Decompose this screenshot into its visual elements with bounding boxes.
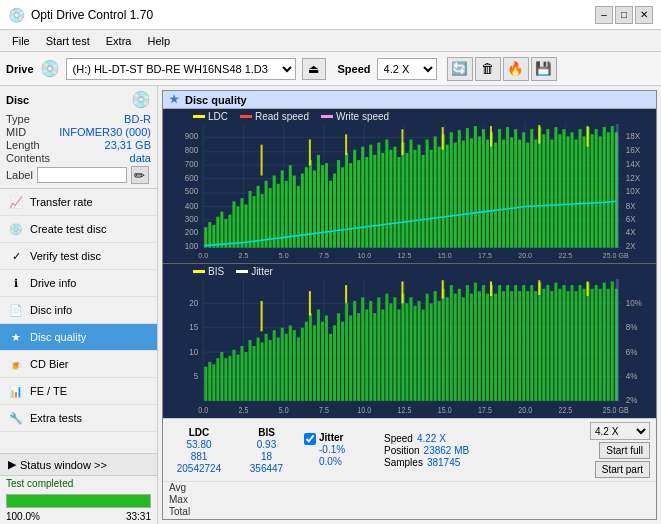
avg-label: Avg [169,482,229,493]
svg-text:0.0: 0.0 [198,405,208,413]
svg-rect-145 [401,129,403,155]
svg-rect-192 [220,352,223,401]
svg-rect-144 [345,134,347,155]
svg-rect-273 [546,285,549,401]
svg-rect-288 [607,289,610,401]
menu-start-test[interactable]: Start test [38,33,98,49]
chart-container: ★ Disc quality LDC Read speed [162,90,657,520]
svg-rect-262 [502,291,505,401]
bottom-legend: BIS Jitter [163,264,656,279]
svg-text:8%: 8% [626,321,638,332]
stats-speed-select[interactable]: 4.2 X [590,422,650,440]
sidebar-item-extra-tests[interactable]: 🔧 Extra tests [0,405,157,432]
svg-rect-52 [257,186,260,248]
svg-rect-51 [253,196,256,248]
svg-rect-240 [414,306,417,401]
burn-button[interactable]: 🔥 [503,57,529,81]
speed-select[interactable]: 4.2 X [377,58,437,80]
sidebar-item-cd-bier[interactable]: 🍺 CD Bier [0,351,157,378]
svg-rect-100 [450,132,453,247]
svg-rect-147 [490,126,492,147]
chart-header: ★ Disc quality [163,91,656,109]
start-full-button[interactable]: Start full [599,442,650,459]
sidebar-item-verify-test-disc[interactable]: ✓ Verify test disc [0,243,157,270]
speed-label: Speed [338,63,371,75]
sidebar-item-label-fe-te: FE / TE [30,385,67,397]
sidebar-item-disc-info[interactable]: 📄 Disc info [0,297,157,324]
stats-right: 4.2 X Start full Start part [590,422,650,478]
row-label-bar: Avg Max Total [163,481,656,519]
svg-text:22.5: 22.5 [559,252,573,258]
legend-jitter: Jitter [236,266,273,277]
speed-row: Speed 4.22 X [384,433,469,444]
menu-file[interactable]: File [4,33,38,49]
svg-rect-98 [442,134,445,247]
svg-rect-127 [558,134,561,247]
svg-text:18X: 18X [626,132,641,141]
svg-text:2.5: 2.5 [239,405,249,413]
svg-rect-195 [232,350,235,401]
svg-rect-231 [377,297,380,401]
jitter-checkbox[interactable] [304,433,316,445]
svg-rect-101 [454,143,457,248]
disc-length-row: Length 23,31 GB [6,139,151,151]
sidebar-item-label-verify-test-disc: Verify test disc [30,250,101,262]
svg-rect-150 [616,124,619,248]
bis-avg: 0.93 [239,439,294,450]
svg-rect-189 [208,362,211,401]
disc-label-input[interactable] [37,167,127,183]
app-icon: 💿 [8,7,25,23]
titlebar-controls[interactable]: – □ ✕ [595,6,653,24]
svg-rect-82 [377,143,380,248]
chart-title: Disc quality [185,94,247,106]
svg-rect-254 [470,294,473,401]
svg-rect-120 [530,129,533,248]
svg-rect-79 [365,157,368,248]
svg-rect-283 [587,283,590,401]
svg-rect-99 [446,145,449,248]
svg-rect-95 [430,150,433,248]
maximize-button[interactable]: □ [615,6,633,24]
svg-rect-282 [583,289,586,401]
create-test-disc-icon: 💿 [8,221,24,237]
disc-contents-label: Contents [6,152,50,164]
svg-rect-136 [595,129,598,248]
legend-bis: BIS [193,266,224,277]
sidebar-item-fe-te[interactable]: 📊 FE / TE [0,378,157,405]
menu-extra[interactable]: Extra [98,33,140,49]
drive-select[interactable]: (H:) HL-DT-ST BD-RE WH16NS48 1.D3 [66,58,296,80]
svg-rect-200 [253,346,256,401]
svg-rect-191 [216,358,219,401]
svg-rect-106 [474,126,477,248]
svg-rect-228 [365,309,368,400]
save-button[interactable]: 💾 [531,57,557,81]
start-part-button[interactable]: Start part [595,461,650,478]
disc-mid-label: MID [6,126,26,138]
sidebar-item-transfer-rate[interactable]: 📈 Transfer rate [0,189,157,216]
svg-rect-135 [591,134,594,247]
svg-rect-241 [418,301,421,401]
svg-rect-149 [587,126,589,147]
menu-help[interactable]: Help [139,33,178,49]
erase-button[interactable]: 🗑 [475,57,501,81]
sidebar-item-create-test-disc[interactable]: 💿 Create test disc [0,216,157,243]
sidebar-item-drive-info[interactable]: ℹ Drive info [0,270,157,297]
svg-rect-110 [490,132,493,247]
eject-button[interactable]: ⏏ [302,58,326,80]
progress-bar-fill [7,495,150,507]
svg-rect-66 [313,170,316,247]
minimize-button[interactable]: – [595,6,613,24]
svg-text:4%: 4% [626,370,638,381]
svg-text:10%: 10% [626,297,642,308]
status-window-button[interactable]: ▶ Status window >> [0,454,157,476]
svg-rect-261 [498,285,501,401]
progress-percent: 100.0% [6,511,40,522]
svg-rect-131 [575,139,578,247]
close-button[interactable]: ✕ [635,6,653,24]
sidebar-item-disc-quality[interactable]: ★ Disc quality [0,324,157,351]
disc-section: Disc 💿 Type BD-R MID INFOMER30 (000) Len… [0,86,157,189]
disc-length-value: 23,31 GB [105,139,151,151]
disc-label-edit-button[interactable]: ✏ [131,166,149,184]
svg-rect-129 [566,136,569,247]
refresh-button[interactable]: 🔄 [447,57,473,81]
